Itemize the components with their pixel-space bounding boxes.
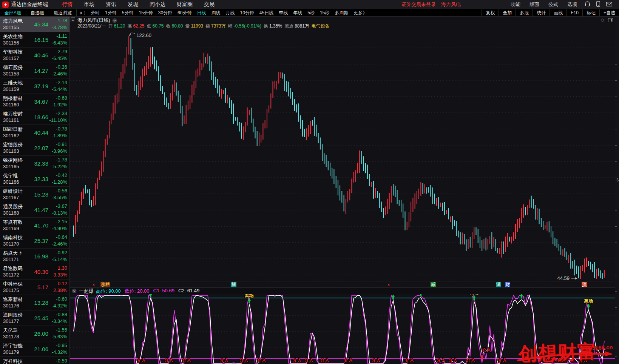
stock-row-301180[interactable]: 万祥科技301180-0.59 [0, 357, 69, 364]
tool-叠加[interactable]: 叠加 [499, 9, 516, 17]
stock-row-301159[interactable]: 三维天地30115937.19-2.14-5.44% [0, 78, 69, 94]
period-tab-年线[interactable]: 年线 [290, 10, 305, 16]
menu-item-版面[interactable]: 版面 [525, 1, 544, 8]
phone-icon[interactable] [596, 1, 600, 8]
stock-row-301156[interactable]: 美农生物30115616.15-1.11-6.43% [0, 32, 69, 48]
stock-row-301158[interactable]: 德石股份30115814.27-0.36-2.46% [0, 63, 69, 78]
period-tab-10分钟[interactable]: 10分钟 [237, 10, 256, 16]
period-tab-5分钟[interactable]: 5分钟 [119, 10, 136, 16]
period-tab-30分钟[interactable]: 30分钟 [156, 10, 175, 16]
period-tab-月线[interactable]: 月线 [223, 10, 237, 16]
event-marker-财[interactable]: 财 [505, 282, 510, 287]
menu-item-公式[interactable]: 公式 [544, 1, 563, 8]
indicator-name[interactable]: 一起爆 [79, 288, 94, 295]
stock-row-301160[interactable]: 翔楼新材30116034.67-0.68-1.92% [0, 94, 69, 109]
info-item: 低60.75 [147, 23, 165, 29]
stock-code: 301156 [3, 40, 19, 46]
tool-复权[interactable]: 复权 [482, 9, 499, 17]
stock-pct: -5.63% [52, 334, 67, 339]
event-marker-港[interactable]: 港 [496, 282, 501, 287]
event-marker-预[interactable]: 预 [582, 282, 587, 287]
stock-row-301162[interactable]: 国能日新30116240.44-0.78-1.89% [0, 125, 69, 140]
period-tab-1分钟[interactable]: 1分钟 [102, 10, 119, 16]
tool-+自选[interactable]: +自选 [599, 9, 619, 17]
tool-多股[interactable]: 多股 [516, 9, 533, 17]
period-tab-分时[interactable]: 分时 [88, 10, 102, 16]
stock-row-301157[interactable]: 华塑科技30115740.46-2.79-6.45% [0, 48, 69, 63]
oscillator-chart[interactable]: 离场离场离场介入离场介入介入离场介入介入离场介入离场介入介入介入介入离场介入离场… [70, 294, 615, 364]
stock-row-301163[interactable]: 宏德股份30116322.07-0.91-3.96% [0, 140, 69, 156]
period-tab-多周期[interactable]: 多周期 [332, 10, 351, 16]
menu-bar: 通达信金融终端 行情市场资讯发现问小达财富圈交易 证券交易未登录 海力风电 功能… [0, 0, 619, 9]
period-tab-15秒[interactable]: 15秒 [317, 10, 332, 16]
diamond-icon[interactable]: ◇ [601, 17, 604, 23]
stock-row-301165[interactable]: 锐捷网络30116532.33-1.78-5.22% [0, 156, 69, 171]
event-marker-减[interactable]: 减 [431, 282, 436, 287]
stock-row-301155[interactable]: 海力风电30115545.34-1.78-3.78% [0, 17, 69, 32]
stock-row-301171[interactable]: 易点天下30117116.98-0.92-5.14% [0, 249, 69, 264]
stock-code: 301179 [3, 349, 19, 355]
stock-row-301175[interactable]: 中科环保3011755.170.122.38% [0, 280, 69, 295]
tool-F10[interactable]: F10 [567, 9, 582, 17]
login-status[interactable]: 证券交易未登录 [401, 1, 436, 8]
chart-header: ▴ 海力风电(日线) 2023/08/21/一开61.20高62.25低60.7… [70, 17, 619, 29]
period-tab-15分钟[interactable]: 15分钟 [136, 10, 155, 16]
list-tab-最近浏览[interactable]: 最近浏览 [49, 9, 77, 17]
menu-item-行情[interactable]: 行情 [56, 1, 78, 8]
mail-icon[interactable] [606, 1, 612, 8]
stock-row-301170[interactable]: 锡南科技30117025.37-0.64-2.46% [0, 233, 69, 249]
menu-item-财富圈[interactable]: 财富圈 [171, 1, 198, 8]
right-axis-strip[interactable]: 6 [615, 17, 619, 364]
stock-row-301166[interactable]: 优宁维30116632.33-0.42-1.28% [0, 171, 69, 187]
stock-row-301172[interactable]: 君逸数码30117240.301.303.33% [0, 264, 69, 280]
menu-item-交易[interactable]: 交易 [198, 1, 220, 8]
stock-row-301176[interactable]: 逸豪新材30117613.28-0.60-4.32% [0, 295, 69, 310]
event-marker-涨榜[interactable]: 涨榜 [100, 282, 110, 287]
period-tab-45日线[interactable]: 45日线 [257, 10, 276, 16]
indicator-param: C2: 61.49 [178, 288, 199, 295]
list-tab-自选股[interactable]: 自选股 [26, 9, 49, 17]
chevron-down-icon[interactable] [112, 18, 117, 23]
svg-text:离场: 离场 [583, 298, 593, 304]
event-marker-s[interactable]: s [387, 282, 390, 287]
menu-item-选项[interactable]: 选项 [563, 1, 582, 8]
menu-item-功能[interactable]: 功能 [506, 1, 525, 8]
stock-row-301178[interactable]: 天亿马30117826.00-1.55-5.63% [0, 326, 69, 341]
event-marker-s[interactable]: s [93, 282, 95, 287]
stock-price: 41.70 [34, 222, 48, 229]
event-marker-解[interactable]: 解 [231, 282, 236, 287]
menu-item-发现[interactable]: 发现 [122, 1, 144, 8]
info-item: 换1.35% [264, 23, 283, 29]
stock-code: 301166 [3, 179, 19, 185]
stock-row-301161[interactable]: 唯万密封30116118.66-2.33-11.10% [0, 109, 69, 125]
stock-change: -2.15 [56, 219, 67, 224]
period-tab-日线[interactable]: 日线 [194, 10, 208, 16]
menu-item-市场[interactable]: 市场 [78, 1, 100, 8]
chevron-down-icon[interactable] [72, 289, 77, 293]
list-tab-全部A股[interactable]: 全部A股 [0, 9, 26, 17]
stock-row-301167[interactable]: 建研设计30116715.23-0.56-3.55% [0, 187, 69, 202]
period-tab-5秒[interactable]: 5秒 [305, 10, 317, 16]
split-window-icon[interactable] [608, 18, 613, 22]
candlestick-chart[interactable]: 122.6044.59 [70, 29, 615, 281]
stock-row-301169[interactable]: 零点有数30116941.70-2.15-4.90% [0, 218, 69, 233]
period-tab-更多》[interactable]: 更多》 [351, 10, 370, 16]
menu-item-资讯[interactable]: 资讯 [100, 1, 122, 8]
period-tab-周线[interactable]: 周线 [208, 10, 223, 16]
event-marker-row: s涨榜解s减港财预 [70, 281, 615, 287]
sidebar-collapse-icon[interactable]: ▴ [71, 17, 75, 22]
stock-change: -0.64 [56, 234, 67, 240]
tool-统计[interactable]: 统计 [533, 9, 550, 17]
tool-画线[interactable]: 画线 [550, 9, 567, 17]
stock-row-301179[interactable]: 泽宇智能30117921.06-0.95-4.32% [0, 341, 69, 357]
layout-toggle-icon[interactable] [80, 11, 85, 15]
tool-标记[interactable]: 标记 [582, 9, 599, 17]
stock-row-301168[interactable]: 通灵股份30116841.47-3.67-8.13% [0, 202, 69, 218]
info-item: 流通8881万 [284, 23, 310, 29]
headset-icon[interactable] [585, 1, 590, 8]
period-tab-60分钟[interactable]: 60分钟 [175, 10, 194, 16]
stock-row-301177[interactable]: 迪阿股份30117725.45-0.88-3.34% [0, 310, 69, 326]
period-tab-季线[interactable]: 季线 [276, 10, 290, 16]
menu-item-问小达[interactable]: 问小达 [144, 1, 171, 8]
current-stock-label[interactable]: 海力风电 [441, 1, 461, 8]
